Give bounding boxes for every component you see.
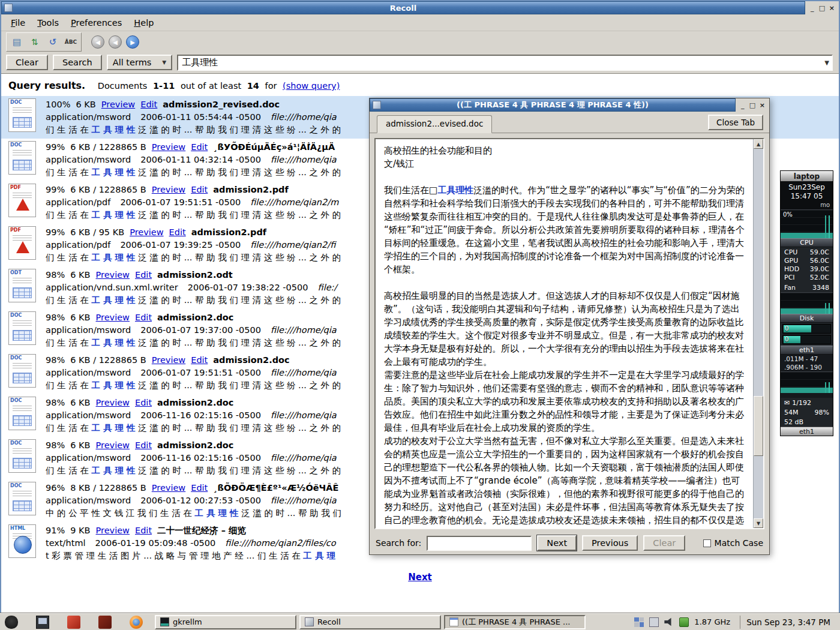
maximize-icon[interactable]: □ bbox=[818, 4, 825, 12]
edit-link[interactable]: Edit bbox=[191, 142, 208, 152]
search-button[interactable]: Search bbox=[53, 55, 102, 70]
menu-help[interactable]: Help bbox=[128, 16, 160, 30]
first-page-button[interactable]: ◀ bbox=[91, 35, 104, 49]
preview-link[interactable]: Preview bbox=[96, 270, 130, 280]
preview-maximize-icon[interactable]: □ bbox=[749, 101, 755, 109]
edit-link[interactable]: Edit bbox=[140, 100, 157, 109]
gkrellm-window[interactable]: laptop Sun23Sep 15:47 05 mo 0% CPU CPU59… bbox=[780, 170, 833, 436]
search-mode-value: All terms bbox=[113, 58, 152, 67]
proc-chart[interactable] bbox=[781, 292, 833, 314]
result-size: 6 KB / 95 KB bbox=[70, 227, 124, 237]
power-icon[interactable] bbox=[679, 617, 689, 627]
keyboard-layout-icon[interactable] bbox=[649, 617, 659, 627]
mail-row[interactable]: ✉1/192 bbox=[781, 398, 833, 407]
cpu-usage-chart[interactable]: 0% bbox=[781, 209, 833, 238]
preview-tab[interactable]: admission2...evised.doc bbox=[377, 115, 492, 133]
doc-paragraph: 需要注意的是这些毕业后在社会上能成功发展的学生并不一定是在大学里学习成绩最好的学… bbox=[384, 368, 748, 434]
history-button[interactable]: ↺ bbox=[44, 34, 61, 50]
preview-titlebar-drag-area[interactable]: ((工 PHRASE 4 具 PHRASE 4 理 PHRASE 4 性)) bbox=[370, 98, 736, 112]
sort-button[interactable]: ⇅ bbox=[26, 34, 43, 50]
result-date: 2006-01-07 19:38:22 -0500 bbox=[188, 283, 308, 292]
scroll-up-icon[interactable]: ▲ bbox=[754, 139, 763, 149]
edit-link[interactable]: Edit bbox=[135, 270, 152, 280]
next-results-page-link[interactable]: Next bbox=[408, 572, 432, 583]
file-type-label: DOC bbox=[10, 483, 22, 488]
titlebar-drag-area[interactable]: Recoll bbox=[1, 1, 805, 14]
minimize-icon[interactable]: _ bbox=[809, 4, 815, 12]
find-clear-button[interactable]: Clear bbox=[643, 535, 685, 551]
results-table-button[interactable]: ▤ bbox=[8, 34, 25, 50]
show-query-link[interactable]: (show query) bbox=[283, 81, 340, 91]
workspace-pager-icon[interactable] bbox=[634, 617, 644, 627]
menu-tools[interactable]: Tools bbox=[31, 16, 65, 30]
find-next-button[interactable]: Next bbox=[537, 535, 577, 551]
preview-link[interactable]: Preview bbox=[152, 483, 185, 493]
scroll-thumb[interactable] bbox=[754, 396, 763, 456]
prev-page-button[interactable]: ◀ bbox=[109, 35, 122, 49]
query-input[interactable] bbox=[177, 55, 833, 71]
close-icon[interactable]: × bbox=[829, 4, 835, 12]
chevron-down-icon: ▼ bbox=[162, 59, 166, 65]
preview-scrollbar[interactable]: ▲ ▼ bbox=[753, 139, 763, 528]
find-input[interactable] bbox=[427, 536, 532, 551]
preview-titlebar[interactable]: ((工 PHRASE 4 具 PHRASE 4 理 PHRASE 4 性)) _… bbox=[370, 98, 769, 112]
match-case-checkbox[interactable]: Match Case bbox=[703, 538, 763, 548]
edit-link[interactable]: Edit bbox=[135, 440, 152, 450]
snippet-term: 工 具 理 性 bbox=[91, 423, 135, 433]
preview-link[interactable]: Preview bbox=[152, 142, 185, 152]
gkrellm-hostname[interactable]: laptop bbox=[781, 171, 833, 181]
cpu-section-label: CPU bbox=[781, 238, 833, 247]
memory-used: 54M bbox=[784, 409, 799, 416]
preview-link[interactable]: Preview bbox=[101, 100, 135, 109]
edit-link[interactable]: Edit bbox=[169, 227, 186, 237]
edit-link[interactable]: Edit bbox=[191, 483, 208, 493]
edit-link[interactable]: Edit bbox=[135, 313, 152, 322]
editor-launcher-icon[interactable] bbox=[67, 616, 80, 629]
find-previous-button[interactable]: Previous bbox=[582, 535, 638, 551]
search-mode-combo[interactable]: All terms ▼ bbox=[107, 55, 173, 70]
close-tab-button[interactable]: Close Tab bbox=[708, 115, 763, 130]
preview-link[interactable]: Preview bbox=[96, 440, 130, 450]
preview-link[interactable]: Preview bbox=[152, 355, 185, 365]
preview-close-icon[interactable]: × bbox=[759, 101, 766, 109]
task-button-gkrellm[interactable]: gkrellm bbox=[155, 615, 296, 629]
net-chart[interactable] bbox=[781, 371, 833, 393]
edit-link[interactable]: Edit bbox=[135, 526, 152, 535]
file-type-label: PDF bbox=[10, 185, 21, 190]
preview-link[interactable]: Preview bbox=[96, 398, 130, 407]
preview-link[interactable]: Preview bbox=[96, 313, 130, 322]
preview-window-title: ((工 PHRASE 4 具 PHRASE 4 理 PHRASE 4 性)) bbox=[457, 100, 649, 110]
volume-db: 52 dB bbox=[784, 418, 803, 426]
gkrellm-task-icon bbox=[160, 617, 169, 626]
edit-link[interactable]: Edit bbox=[191, 355, 208, 365]
next-page-button[interactable]: ▶ bbox=[126, 35, 139, 49]
query-history-icon[interactable]: ▼ bbox=[824, 59, 829, 66]
recoll-titlebar[interactable]: Recoll _ □ × bbox=[1, 1, 839, 14]
preview-text-area[interactable]: 高校招生的社会功能和目的 文/钱江 我们生活在□工具理性泛滥的时代。作为“世之显… bbox=[374, 138, 764, 529]
preview-link[interactable]: Preview bbox=[152, 185, 185, 194]
snippet-post: 泛 滥 的 时 ... 帮 助 我 们 理 清 这 些 纷 ... 之 外 的 bbox=[136, 125, 341, 134]
menu-file[interactable]: File bbox=[5, 16, 31, 30]
taskbar-clock[interactable]: Sun Sep 23, 3:47 PM bbox=[740, 616, 836, 629]
menu-preferences[interactable]: Preferences bbox=[65, 16, 128, 30]
toolbar-group: ▤ ⇅ ↺ ÂBC bbox=[6, 32, 82, 52]
clear-button[interactable]: Clear bbox=[6, 55, 48, 70]
package-launcher-icon[interactable] bbox=[98, 616, 112, 629]
terminal-launcher-icon[interactable] bbox=[36, 616, 49, 629]
preview-link[interactable]: Preview bbox=[96, 526, 130, 535]
mail-icon: ✉ bbox=[784, 399, 790, 407]
preview-minimize-icon[interactable]: _ bbox=[739, 101, 746, 109]
task-button-recoll[interactable]: Recoll bbox=[299, 615, 441, 629]
term-explorer-button[interactable]: ÂBC bbox=[62, 34, 79, 50]
edit-link[interactable]: Edit bbox=[135, 398, 152, 407]
result-size: 6 KB / 1228865 B bbox=[70, 185, 146, 194]
task-button-preview[interactable]: ((工 PHRASE 4 具 PHRASE ... bbox=[444, 615, 586, 629]
result-date: 2006-01-07 19:51:51 -0500 bbox=[140, 368, 261, 377]
firefox-launcher-icon[interactable] bbox=[130, 616, 143, 629]
scroll-down-icon[interactable]: ▼ bbox=[754, 518, 763, 528]
temp-value: 56.0C bbox=[810, 257, 829, 265]
edit-link[interactable]: Edit bbox=[191, 185, 208, 194]
start-menu-icon[interactable] bbox=[5, 616, 18, 629]
volume-icon[interactable] bbox=[664, 617, 674, 627]
preview-link[interactable]: Preview bbox=[130, 227, 163, 237]
